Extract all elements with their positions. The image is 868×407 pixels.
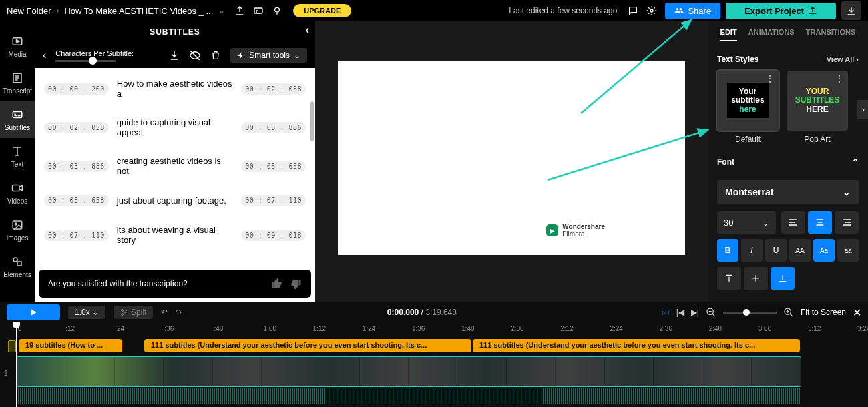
breadcrumb-project[interactable]: How To Make AESTHETIC Videos _ ...	[64, 6, 213, 16]
svg-rect-11	[17, 262, 21, 266]
subtitle-text[interactable]: just about capturing footage,	[117, 195, 233, 206]
subtitle-row[interactable]: 00 : 05 . 658just about capturing footag…	[40, 185, 310, 216]
rail-videos[interactable]: Videos	[0, 175, 35, 212]
next-style-icon[interactable]: ›	[857, 100, 868, 119]
trim-start-icon[interactable]: |◀	[676, 308, 684, 317]
video-track[interactable]	[16, 356, 801, 387]
valign-top-button[interactable]	[717, 267, 741, 290]
end-time: 00 : 09 . 018	[241, 230, 306, 241]
subtitle-track-icon[interactable]	[8, 340, 16, 352]
underline-button[interactable]: U	[765, 239, 787, 262]
rail-media[interactable]: Media	[0, 28, 35, 65]
tab-edit[interactable]: EDIT	[720, 28, 737, 41]
back-icon[interactable]: ‹	[43, 49, 46, 61]
collapse-section-icon[interactable]: ⌃	[852, 157, 859, 167]
split-button[interactable]: Split	[114, 306, 153, 319]
subtitle-row[interactable]: 00 : 02 . 058guide to capturing visual a…	[40, 108, 310, 147]
subtitle-chip[interactable]: 19 subtitles (How to ...	[19, 339, 122, 352]
collapse-icon[interactable]: ‹	[306, 24, 310, 36]
subtitle-row[interactable]: 00 : 03 . 886creating aesthetic videos i…	[40, 147, 310, 185]
magnet-icon[interactable]: ⁞◦⁞	[661, 308, 669, 317]
svg-marker-13	[31, 309, 37, 315]
timeline-ruler[interactable]: :0:12:24:36:481:001:121:241:361:482:002:…	[0, 323, 868, 338]
style-default[interactable]: ⋮Yoursubtitleshere Default	[717, 71, 779, 144]
uppercase-button[interactable]: AA	[789, 239, 811, 262]
rail-transcript[interactable]: Transcript	[0, 65, 35, 101]
ruler-tick: :12	[65, 325, 75, 332]
zoom-out-icon[interactable]	[706, 307, 716, 318]
comment-icon[interactable]	[624, 1, 642, 20]
svg-rect-0	[254, 8, 262, 13]
view-all-link[interactable]: View All ›	[827, 55, 859, 63]
speed-select[interactable]: 1.0x ⌄	[68, 306, 105, 319]
ruler-tick: 1:36	[412, 325, 425, 332]
chevron-down-icon: ⌄	[294, 51, 300, 60]
rail-text[interactable]: Text	[0, 138, 35, 175]
thumbs-down-icon[interactable]	[290, 278, 302, 290]
fit-to-screen-button[interactable]: Fit to Screen	[801, 308, 846, 317]
preview-area: ▶ Wondershare Filmora	[315, 21, 708, 302]
lowercase-button[interactable]: aa	[837, 239, 859, 262]
delete-icon[interactable]	[210, 50, 221, 61]
subtitle-text[interactable]: How to make aesthetic videos a	[117, 79, 233, 99]
align-right-button[interactable]	[835, 211, 859, 234]
subtitle-row[interactable]: 00 : 07 . 110its about weaving a visual …	[40, 216, 310, 254]
trim-end-icon[interactable]: ▶|	[691, 308, 699, 317]
upload-icon[interactable]	[230, 1, 249, 20]
titlecase-button[interactable]: Aa	[813, 239, 835, 262]
lightbulb-icon[interactable]	[268, 1, 286, 20]
tab-animations[interactable]: ANIMATIONS	[748, 28, 795, 41]
breadcrumb-folder[interactable]: New Folder	[7, 6, 51, 16]
valign-middle-button[interactable]	[744, 267, 768, 290]
upgrade-button[interactable]: UPGRADE	[293, 4, 351, 17]
rail-elements[interactable]: Elements	[0, 248, 35, 285]
play-button[interactable]	[7, 304, 60, 320]
font-size-select[interactable]: 30⌄	[717, 211, 776, 234]
ruler-tick: 1:24	[363, 325, 375, 332]
rail-subtitles[interactable]: Subtitles	[0, 101, 35, 138]
download-icon[interactable]	[841, 1, 861, 20]
valign-bottom-button[interactable]	[771, 267, 795, 290]
ruler-tick: 1:48	[461, 325, 474, 332]
more-icon[interactable]: ⋮	[835, 73, 844, 84]
smart-tools-button[interactable]: Smart tools ⌄	[230, 48, 307, 63]
zoom-in-icon[interactable]	[783, 307, 794, 318]
subtitle-text[interactable]: guide to capturing visual appeal	[117, 117, 233, 137]
style-popart[interactable]: ⋮YOURSUBTITLESHERE Pop Art	[787, 71, 848, 144]
svg-point-1	[275, 7, 280, 12]
undo-icon[interactable]: ↶	[161, 308, 168, 317]
hide-icon[interactable]	[189, 49, 201, 61]
rail-images[interactable]: Images	[0, 212, 35, 248]
subtitle-chip[interactable]: 111 subtitles (Understand your aesthetic…	[144, 339, 471, 352]
timeline-tracks[interactable]: 19 subtitles (How to ... 111 subtitles (…	[0, 338, 868, 407]
subtitles-list[interactable]: 00 : 00 . 200How to make aesthetic video…	[35, 68, 315, 266]
more-icon[interactable]: ⋮	[765, 73, 775, 84]
subtitle-text[interactable]: creating aesthetic videos is not	[117, 156, 233, 176]
close-icon[interactable]: ✕	[853, 306, 861, 319]
cps-control[interactable]: Characters Per Subtitle:	[55, 49, 134, 62]
audio-waveform[interactable]	[16, 388, 801, 404]
align-left-button[interactable]	[781, 211, 805, 234]
redo-icon[interactable]: ↷	[176, 308, 182, 317]
preview-canvas[interactable]: ▶ Wondershare Filmora	[338, 61, 685, 255]
playhead[interactable]	[16, 323, 17, 407]
settings-icon[interactable]	[642, 1, 661, 20]
font-family-select[interactable]: Montserrat ⌄	[717, 180, 859, 204]
export-button[interactable]: Export Project	[726, 3, 836, 19]
subtitle-row[interactable]: 00 : 00 . 200How to make aesthetic video…	[40, 69, 310, 108]
caption-icon[interactable]	[249, 1, 268, 20]
italic-button[interactable]: I	[741, 239, 763, 262]
start-time: 00 : 05 . 658	[44, 195, 109, 206]
dropdown-icon[interactable]: ⌄	[218, 6, 225, 15]
bold-button[interactable]: B	[717, 239, 738, 262]
download-subtitles-icon[interactable]	[169, 50, 180, 61]
subtitle-text[interactable]: its about weaving a visual story	[117, 225, 233, 245]
start-time: 00 : 07 . 110	[44, 230, 109, 241]
share-button[interactable]: Share	[665, 3, 720, 19]
thumbs-up-icon[interactable]	[271, 278, 283, 290]
subtitle-chip[interactable]: 111 subtitles (Understand your aesthetic…	[473, 339, 800, 352]
zoom-slider[interactable]	[723, 312, 777, 314]
scrollbar[interactable]	[310, 101, 314, 141]
tab-transitions[interactable]: TRANSITIONS	[806, 28, 856, 41]
align-center-button[interactable]	[808, 211, 832, 234]
